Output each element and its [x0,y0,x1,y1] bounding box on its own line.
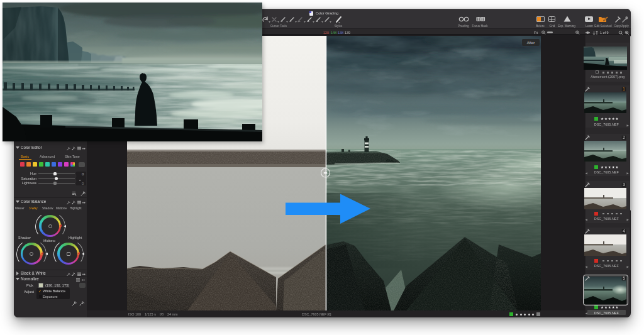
svg-text:After: After [527,41,535,45]
